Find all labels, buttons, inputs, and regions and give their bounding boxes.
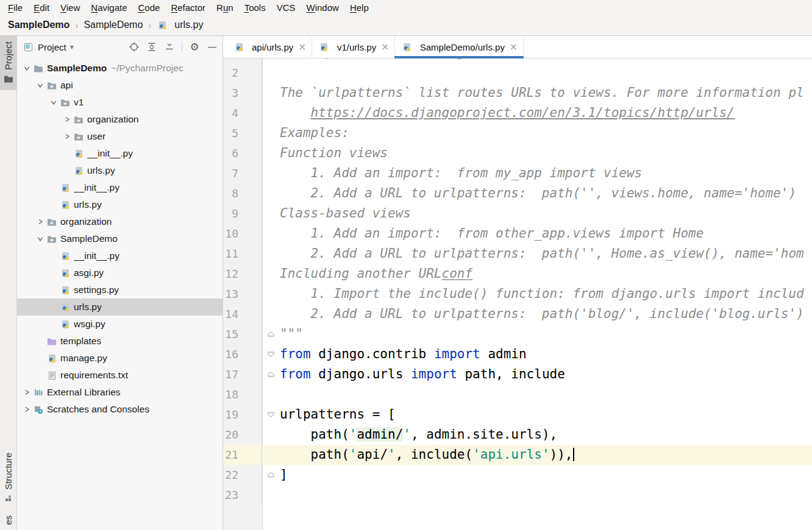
tree-item-urls-py[interactable]: urls.py [17, 162, 223, 179]
code-text[interactable]: 2. Add a URL to urlpatterns: path('blog/… [279, 304, 812, 324]
chevron-down-icon[interactable] [48, 96, 60, 108]
code-text[interactable]: Class-based views [279, 203, 812, 224]
code-text[interactable]: ] [279, 465, 812, 485]
code-line-22[interactable]: 22] [223, 465, 812, 485]
tree-item-user[interactable]: user [17, 128, 223, 145]
chevron-down-icon[interactable]: ▾ [70, 43, 74, 51]
code-text[interactable]: urlpatterns = [ [279, 405, 812, 425]
code-line-15[interactable]: 15""" [223, 324, 812, 344]
menu-item-code[interactable]: Code [133, 1, 166, 14]
code-line-9[interactable]: 9Class-based views [223, 203, 812, 224]
line-number[interactable]: 8 [223, 183, 262, 203]
code-text[interactable]: https://docs.djangoproject.com/en/3.1/to… [279, 103, 812, 123]
fold-start-icon[interactable] [262, 344, 279, 364]
chevron-down-icon[interactable] [34, 79, 46, 91]
chevron-right-icon[interactable] [61, 130, 73, 143]
code-line-20[interactable]: 20 path('admin/', admin.site.urls), [223, 425, 812, 445]
code-line-16[interactable]: 16from django.contrib import admin [223, 344, 812, 364]
editor-tab-v1-urls-py[interactable]: v1/urls.py× [312, 36, 395, 58]
collapse-all-icon[interactable] [164, 41, 175, 52]
chevron-right-icon[interactable] [61, 113, 73, 125]
fold-end-icon[interactable] [262, 465, 279, 485]
menu-item-window[interactable]: Window [301, 1, 344, 14]
line-number[interactable]: 2 [223, 63, 262, 83]
fold-start-icon[interactable] [262, 405, 279, 425]
breadcrumb-item[interactable]: SampleDemo [8, 19, 69, 30]
code-line-19[interactable]: 19urlpatterns = [ [223, 405, 812, 425]
tree-item-v1[interactable]: v1 [17, 94, 223, 111]
breadcrumb-item[interactable]: SampleDemo [84, 19, 143, 30]
code-text[interactable]: from django.contrib import admin [279, 344, 812, 364]
menu-item-navigate[interactable]: Navigate [85, 1, 132, 14]
editor-body[interactable]: 1"""SampleDemo URL Configuration23The `u… [223, 58, 812, 530]
line-number[interactable]: 20 [223, 425, 262, 445]
project-panel-title[interactable]: Project [38, 42, 66, 52]
line-number[interactable]: 9 [223, 203, 262, 224]
locate-icon[interactable] [129, 41, 140, 52]
chevron-right-icon[interactable] [21, 386, 33, 398]
line-number[interactable]: 15 [223, 324, 262, 344]
code-line-6[interactable]: 6Function views [223, 143, 812, 163]
tool-window-button-es[interactable]: es [0, 510, 16, 530]
menu-item-run[interactable]: Run [211, 1, 239, 14]
chevron-right-icon[interactable] [21, 403, 33, 415]
fold-end-icon[interactable] [262, 324, 279, 344]
line-number[interactable]: 23 [223, 485, 262, 505]
tree-item-manage-py[interactable]: manage.py [17, 350, 223, 367]
code-text[interactable]: Examples: [279, 123, 812, 143]
tree-item-wsgi-py[interactable]: wsgi.py [17, 316, 223, 333]
code-line-7[interactable]: 7 1. Add an import: from my_app import v… [223, 163, 812, 183]
code-line-23[interactable]: 23 [223, 485, 812, 505]
line-number[interactable]: 17 [223, 364, 262, 384]
chevron-right-icon[interactable] [34, 216, 46, 228]
tool-window-button-structure[interactable]: Structure [0, 447, 16, 510]
line-number[interactable]: 3 [223, 83, 262, 103]
tree-item-urls-py[interactable]: urls.py [17, 299, 223, 316]
line-number[interactable]: 7 [223, 163, 262, 183]
code-line-12[interactable]: 12Including another URLconf [223, 264, 812, 284]
line-number[interactable]: 22 [223, 465, 262, 485]
code-line-10[interactable]: 10 1. Add an import: from other_app.view… [223, 224, 812, 244]
tool-window-button-project[interactable]: Project [0, 36, 16, 90]
close-icon[interactable]: × [510, 41, 518, 52]
code-text[interactable]: 1. Add an import: from my_app import vie… [279, 163, 812, 183]
tree-item--init-py[interactable]: __init__.py [17, 247, 223, 264]
code-text[interactable]: 2. Add a URL to urlpatterns: path('', vi… [279, 183, 812, 203]
code-text[interactable] [279, 63, 812, 83]
code-line-2[interactable]: 2 [223, 63, 812, 83]
tree-item--init-py[interactable]: __init__.py [17, 179, 223, 196]
code-line-18[interactable]: 18 [223, 384, 812, 405]
tree-item--init-py[interactable]: __init__.py [17, 145, 223, 162]
code-text[interactable]: path('api/', include('api.urls')), [279, 445, 812, 465]
line-number[interactable]: 10 [223, 224, 262, 244]
chevron-down-icon[interactable] [34, 233, 46, 245]
tree-item-sampledemo[interactable]: SampleDemo~/PycharmProjec [17, 60, 223, 77]
code-text[interactable]: Including another URLconf [279, 264, 812, 284]
menu-item-help[interactable]: Help [344, 1, 374, 14]
menu-item-edit[interactable]: Edit [28, 1, 55, 14]
line-number[interactable]: 19 [223, 405, 262, 425]
code-text[interactable]: 1. Import the include() function: from d… [279, 284, 812, 304]
tree-item-templates[interactable]: templates [17, 333, 223, 350]
close-icon[interactable]: × [381, 41, 389, 52]
code-text[interactable]: 2. Add a URL to urlpatterns: path('', Ho… [279, 244, 812, 264]
menu-item-tools[interactable]: Tools [239, 1, 271, 14]
code-line-3[interactable]: 3The `urlpatterns` list routes URLs to v… [223, 83, 812, 103]
tree-item-scratches-and-consoles[interactable]: Scratches and Consoles [17, 401, 223, 418]
tree-item-organization[interactable]: organization [17, 213, 223, 230]
code-line-13[interactable]: 13 1. Import the include() function: fro… [223, 284, 812, 304]
line-number[interactable]: 18 [223, 384, 262, 405]
code-line-11[interactable]: 11 2. Add a URL to urlpatterns: path('',… [223, 244, 812, 264]
expand-all-icon[interactable] [146, 41, 157, 52]
tree-item-organization[interactable]: organization [17, 111, 223, 128]
tree-item-requirements-txt[interactable]: requirements.txt [17, 367, 223, 384]
tree-item-asgi-py[interactable]: asgi.py [17, 264, 223, 281]
code-text[interactable]: """SampleDemo URL Configuration [279, 58, 812, 63]
line-number[interactable]: 11 [223, 244, 262, 264]
hide-icon[interactable]: — [207, 41, 218, 52]
line-number[interactable]: 1 [223, 58, 262, 63]
code-line-17[interactable]: 17from django.urls import path, include [223, 364, 812, 384]
breadcrumb-item[interactable]: urls.py [157, 19, 203, 30]
code-text[interactable] [279, 485, 812, 505]
tree-item-urls-py[interactable]: urls.py [17, 196, 223, 213]
